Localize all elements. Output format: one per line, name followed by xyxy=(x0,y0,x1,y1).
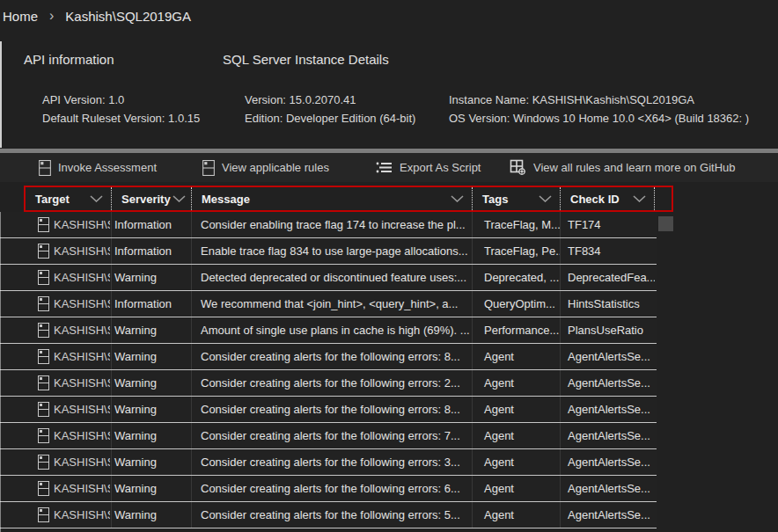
export-as-script-button[interactable]: Export As Script xyxy=(376,153,481,182)
message-cell: Consider creating alerts for the followi… xyxy=(192,370,473,396)
severity-cell: Warning xyxy=(112,423,192,448)
table-row[interactable]: KASHISH\SQL2019GA Information Enable tra… xyxy=(0,238,657,265)
view-all-rules-github-label: View all rules and learn more on GitHub xyxy=(533,161,736,174)
tags-cell: Agent xyxy=(473,370,561,396)
tags-cell: TraceFlag, M... xyxy=(473,212,561,237)
chevron-down-icon[interactable] xyxy=(172,195,186,202)
table-row[interactable]: KASHISH\SQL2019GA Warning Consider creat… xyxy=(0,344,657,370)
view-applicable-rules-button[interactable]: View applicable rules xyxy=(202,153,329,182)
severity-cell: Information xyxy=(112,238,192,264)
tags-cell: Agent xyxy=(473,344,561,369)
instance-name-text: Instance Name: KASHISH\Kashish\SQL2019GA xyxy=(449,91,749,109)
table-row[interactable]: KASHISH\SQL2019GA Warning Amount of sing… xyxy=(0,317,657,344)
table-row[interactable]: KASHISH\SQL2019GA Warning Consider creat… xyxy=(0,370,657,397)
severity-cell: Warning xyxy=(112,317,192,343)
severity-cell: Warning xyxy=(112,344,192,369)
ruleset-version-text: Default Ruleset Version: 1.0.15 xyxy=(42,109,200,128)
server-icon xyxy=(38,375,49,390)
target-cell: KASHISH\SQL2019GA xyxy=(54,508,110,521)
column-header-serverity[interactable]: Serverity xyxy=(112,187,192,210)
target-cell: KASHISH\SQL2019GA xyxy=(54,271,110,284)
check-id-cell: TF834 xyxy=(561,238,655,264)
message-cell: We recommend that <join_hint>, <query_hi… xyxy=(192,291,473,317)
check-id-cell: DeprecatedFea... xyxy=(561,265,655,290)
script-list-icon xyxy=(376,161,393,174)
server-version-text: Version: 15.0.2070.41 xyxy=(245,91,415,109)
breadcrumb-home[interactable]: Home xyxy=(3,9,38,24)
target-cell: KASHISH\SQL2019GA xyxy=(54,324,110,337)
breadcrumb-separator-icon: › xyxy=(49,9,54,23)
check-id-cell: TF174 xyxy=(561,212,655,237)
server-icon xyxy=(39,160,51,176)
server-icon xyxy=(38,270,49,285)
severity-cell: Warning xyxy=(112,476,192,501)
edition-text: Edition: Developer Edition (64-bit) xyxy=(245,109,415,128)
check-id-cell: AgentAlertsSe... xyxy=(561,344,655,369)
tags-cell: Agent xyxy=(473,449,561,475)
check-id-cell: AgentAlertsSe... xyxy=(561,502,655,528)
message-cell: Enable trace flag 834 to use large-page … xyxy=(192,238,473,264)
server-icon xyxy=(38,402,49,417)
breadcrumb: Home › Kashish\SQL2019GA xyxy=(0,0,778,32)
column-header-target[interactable]: Target xyxy=(26,187,112,210)
table-row[interactable]: KASHISH\SQL2019GA Warning Consider creat… xyxy=(0,423,657,449)
check-id-cell: AgentAlertsSe... xyxy=(561,423,655,448)
message-cell: Consider enabling trace flag 174 to incr… xyxy=(192,212,473,237)
sql-assessment-screen: Home › Kashish\SQL2019GA API information… xyxy=(0,0,778,532)
column-header-check-id[interactable]: Check ID xyxy=(561,187,655,210)
message-cell: Consider creating alerts for the followi… xyxy=(192,449,473,475)
instance-extra-list: Instance Name: KASHISH\Kashish\SQL2019GA… xyxy=(449,91,749,128)
target-cell: KASHISH\SQL2019GA xyxy=(54,376,110,390)
assessment-table-body: KASHISH\SQL2019GA Information Consider e… xyxy=(0,212,778,528)
target-cell: KASHISH\SQL2019GA xyxy=(54,482,110,495)
server-icon xyxy=(38,217,49,232)
table-row[interactable]: KASHISH\SQL2019GA Warning Consider creat… xyxy=(0,476,657,502)
check-id-cell: AgentAlertsSe... xyxy=(561,449,655,475)
severity-cell: Warning xyxy=(112,370,192,396)
table-row[interactable]: KASHISH\SQL2019GA Warning Consider creat… xyxy=(0,449,657,476)
tags-cell: Deprecated, ... xyxy=(473,265,561,290)
column-header-message[interactable]: Message xyxy=(192,187,473,210)
check-id-cell: AgentAlertsSe... xyxy=(561,476,655,501)
severity-cell: Warning xyxy=(112,449,192,475)
column-header-spacer xyxy=(655,187,672,210)
tags-cell: TraceFlag, Pe... xyxy=(473,238,561,264)
check-id-cell: HintsStatistics xyxy=(561,291,655,317)
view-all-rules-github-button[interactable]: View all rules and learn more on GitHub xyxy=(510,153,736,182)
table-row[interactable]: KASHISH\SQL2019GA Information We recomme… xyxy=(0,291,657,317)
table-row[interactable]: KASHISH\SQL2019GA Warning Detected depre… xyxy=(0,265,657,291)
server-icon xyxy=(38,481,49,496)
invoke-assessment-button[interactable]: Invoke Assessment xyxy=(39,153,157,182)
chevron-down-icon[interactable] xyxy=(633,195,646,202)
target-cell: KASHISH\SQL2019GA xyxy=(54,455,110,469)
api-info-list: API Version: 1.0 Default Ruleset Version… xyxy=(42,91,200,128)
breadcrumb-current[interactable]: Kashish\SQL2019GA xyxy=(65,9,191,24)
chevron-down-icon[interactable] xyxy=(539,195,552,202)
check-id-cell: AgentAlertsSe... xyxy=(561,370,655,396)
server-icon xyxy=(38,296,49,311)
details-panel: API information SQL Server Instance Deta… xyxy=(0,41,778,148)
message-cell: Amount of single use plans in cache is h… xyxy=(192,317,473,343)
api-information-title: API information xyxy=(24,52,114,67)
severity-cell: Warning xyxy=(112,265,192,290)
rules-grid-gear-icon xyxy=(510,159,526,176)
table-row[interactable]: KASHISH\SQL2019GA Information Consider e… xyxy=(0,212,657,238)
scrollbar-thumb[interactable] xyxy=(658,216,673,231)
server-icon xyxy=(38,244,49,259)
table-row[interactable]: KASHISH\SQL2019GA Warning Consider creat… xyxy=(0,397,657,423)
message-cell: Consider creating alerts for the followi… xyxy=(192,423,473,448)
check-id-cell: PlansUseRatio xyxy=(561,317,655,343)
message-cell: Consider creating alerts for the followi… xyxy=(192,502,473,528)
chevron-down-icon[interactable] xyxy=(451,195,464,202)
invoke-assessment-label: Invoke Assessment xyxy=(58,161,157,174)
column-header-tags[interactable]: Tags xyxy=(473,187,561,210)
tags-cell: Performance... xyxy=(473,317,561,343)
server-icon xyxy=(38,455,49,470)
severity-cell: Information xyxy=(112,291,192,317)
toolbar: Invoke Assessment View applicable rules … xyxy=(0,153,778,182)
target-cell: KASHISH\SQL2019GA xyxy=(54,403,110,416)
server-icon xyxy=(38,507,49,522)
chevron-down-icon[interactable] xyxy=(90,195,103,202)
table-row[interactable]: KASHISH\SQL2019GA Warning Consider creat… xyxy=(0,502,657,528)
tags-cell: Agent xyxy=(473,397,561,422)
